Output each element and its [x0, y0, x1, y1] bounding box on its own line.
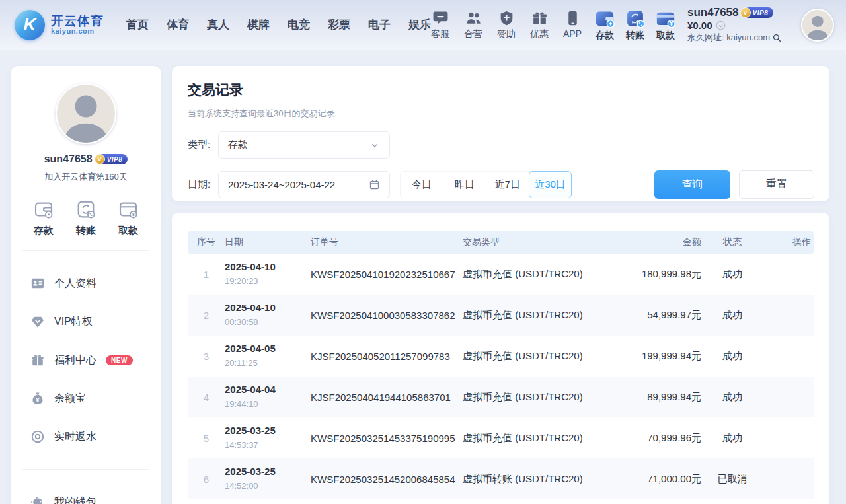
quick-date-buttons: 今日 昨日 近7日 近30日	[400, 171, 572, 198]
sidebar: sun47658 V VIP8 加入开云体育第160天 存款 转账 取款 个人资…	[11, 66, 161, 504]
chat-icon	[432, 10, 449, 26]
sidebar-withdraw-button[interactable]: 取款	[118, 199, 139, 237]
table-row[interactable]: 6 2025-03-2514:52:00 KWSF202503251452006…	[188, 458, 814, 499]
profile-avatar[interactable]	[56, 83, 116, 144]
refresh-balance-icon[interactable]	[716, 20, 726, 30]
quick-7days-button[interactable]: 近7日	[486, 172, 529, 198]
topbar: K 开云体育 kaiyun.com 首页 体育 真人 棋牌 电竞 彩票 电子 娱…	[0, 0, 846, 50]
row-type: 虚拟币充值 (USDT/TRC20)	[463, 350, 585, 363]
sidebar-item-rebate[interactable]: 实时返水	[11, 417, 161, 456]
sidebar-transfer-button[interactable]: 转账	[75, 199, 96, 237]
row-order-no: KWSF202503251453375190995	[311, 433, 463, 444]
row-type: 虚拟币充值 (USDT/TRC20)	[463, 268, 585, 281]
date-filter-row: 日期: 2025-03-24~2025-04-22 今日 昨日 近7日 近30日…	[188, 170, 814, 199]
nav-home[interactable]: 首页	[126, 17, 149, 32]
partners-icon	[465, 10, 482, 26]
phone-icon	[564, 10, 581, 26]
vip-badge[interactable]: V VIP8	[743, 7, 774, 18]
vip-gem-icon: V	[740, 7, 751, 18]
row-date: 2025-03-25	[225, 425, 276, 436]
gem-icon	[30, 314, 45, 329]
nav-sports[interactable]: 体育	[167, 17, 189, 32]
row-date: 2025-04-10	[225, 302, 276, 313]
row-time: 00:30:58	[225, 317, 258, 327]
nav-esports[interactable]: 电竞	[288, 17, 310, 32]
utility-menu: 客服 合营 赞助 优惠 APP	[431, 10, 582, 40]
nav-lottery[interactable]: 彩票	[328, 17, 350, 32]
row-order-no: KJSF202504041944105863701	[311, 392, 463, 403]
sidebar-deposit-button[interactable]: 存款	[33, 199, 54, 237]
row-date: 2025-04-05	[225, 343, 276, 354]
search-button[interactable]: 查询	[654, 170, 730, 199]
sidebar-item-profile[interactable]: 个人资料	[11, 264, 161, 303]
sidebar-item-welfare[interactable]: 福利中心 NEW	[11, 341, 161, 379]
date-range-input[interactable]: 2025-03-24~2025-04-22	[218, 171, 390, 198]
nav-slots[interactable]: 电子	[368, 17, 391, 32]
table-row[interactable]: 5 2025-03-2514:53:37 KWSF202503251453375…	[188, 417, 814, 458]
withdraw-button[interactable]: 取款	[656, 9, 675, 42]
nav-chess[interactable]: 棋牌	[247, 17, 270, 32]
avatar-image	[57, 85, 115, 143]
sidebar-item-vip[interactable]: VIP特权	[11, 303, 161, 341]
calendar-icon	[369, 179, 380, 190]
records-table-panel: 序号 日期 订单号 交易类型 金额 状态 操作 1 2025-04-1019:2…	[172, 213, 829, 504]
reset-button[interactable]: 重置	[739, 170, 814, 199]
site-logo[interactable]: K 开云体育 kaiyun.com	[15, 10, 104, 40]
moneybag-icon	[30, 391, 45, 406]
col-date: 日期	[225, 236, 311, 248]
brand-name: 开云体育	[51, 15, 104, 28]
row-type: 虚拟币充值 (USDT/TRC20)	[463, 432, 585, 445]
logo-icon: K	[15, 10, 45, 40]
row-status: 已取消	[701, 473, 763, 486]
table-row[interactable]: 1 2025-04-1019:20:23 KWSF202504101920232…	[188, 254, 814, 295]
table-row[interactable]: 2 2025-04-1000:30:58 KWSF202504100030583…	[188, 295, 814, 336]
row-status: 成功	[701, 350, 763, 363]
vip-gem-icon: V	[95, 154, 105, 164]
partners-button[interactable]: 合营	[464, 10, 482, 40]
transfer-outline-icon	[75, 199, 96, 220]
sponsor-icon	[498, 10, 515, 26]
type-select[interactable]: 存款	[218, 131, 390, 159]
type-select-value: 存款	[228, 139, 369, 151]
row-time: 19:20:23	[225, 276, 258, 286]
search-icon[interactable]	[772, 33, 782, 43]
sidebar-item-wallet[interactable]: 我的钱包	[11, 483, 161, 504]
quick-yesterday-button[interactable]: 昨日	[443, 172, 486, 198]
row-order-no: KJSF202504052011257099783	[311, 351, 463, 362]
table-row[interactable]: 4 2025-04-0419:44:10 KJSF202504041944105…	[188, 377, 814, 417]
quick-30days-button[interactable]: 近30日	[529, 171, 572, 198]
nav-entertainment[interactable]: 娱乐	[408, 17, 431, 32]
filter-panel: 交易记录 当前系统支持查询最近30日的交易记录 类型: 存款 日期: 2025-…	[172, 66, 829, 201]
welfare-icon	[30, 353, 45, 367]
nav-live[interactable]: 真人	[207, 17, 229, 32]
id-card-icon	[30, 276, 45, 291]
sidebar-quick-actions: 存款 转账 取款	[11, 199, 161, 237]
sponsor-button[interactable]: 赞助	[497, 10, 516, 40]
vip-badge[interactable]: V VIP8	[97, 154, 128, 164]
page-title: 交易记录	[188, 81, 814, 99]
row-time: 19:44:10	[225, 399, 258, 409]
row-amount: 71,000.00元	[585, 473, 701, 486]
app-download-button[interactable]: APP	[563, 10, 582, 40]
transfer-button[interactable]: 转账	[625, 9, 645, 42]
row-date: 2025-04-04	[225, 384, 276, 395]
promotions-button[interactable]: 优惠	[530, 10, 549, 40]
row-order-no: KWSF202503251452006845854	[311, 474, 463, 485]
col-amount: 金额	[585, 236, 701, 248]
col-order: 订单号	[311, 236, 463, 248]
row-status: 成功	[701, 309, 763, 322]
profile-username: sun47658	[44, 153, 93, 165]
permanent-url: 永久网址: kaiyun.com	[687, 32, 770, 44]
quick-today-button[interactable]: 今日	[401, 172, 443, 198]
user-avatar[interactable]	[801, 9, 834, 42]
sidebar-item-yuebao[interactable]: 余额宝	[11, 379, 161, 417]
row-date: 2025-04-10	[225, 261, 276, 272]
row-status: 成功	[701, 432, 763, 445]
table-row[interactable]: 3 2025-04-0520:11:25 KJSF202504052011257…	[188, 336, 814, 377]
wallet-menu: 存款 转账 取款	[595, 9, 675, 42]
divider	[22, 250, 149, 251]
customer-service-button[interactable]: 客服	[431, 10, 449, 40]
withdraw-icon	[656, 9, 675, 28]
deposit-button[interactable]: 存款	[595, 9, 615, 42]
gift-icon	[531, 10, 548, 26]
